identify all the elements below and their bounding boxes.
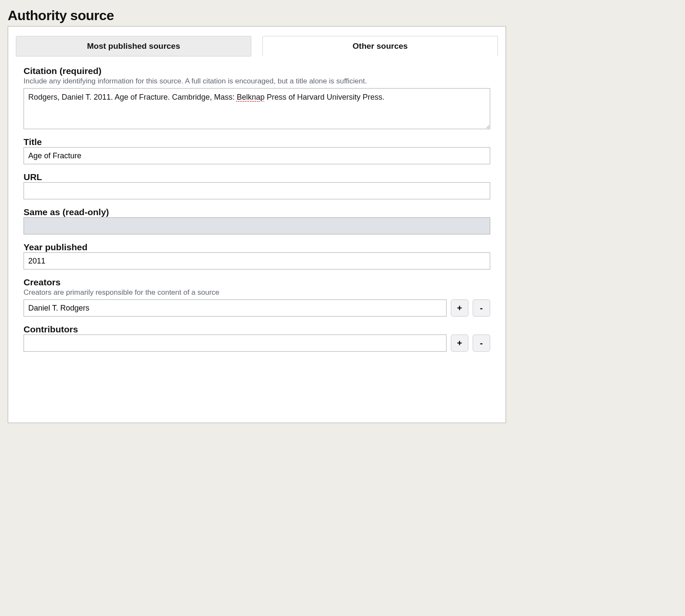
tab-bar: Most published sources Other sources (8, 27, 506, 56)
form-panel: Most published sources Other sources Cit… (8, 26, 506, 423)
citation-text-prefix: Rodgers, Daniel T. 2011. Age of Fracture… (28, 93, 237, 101)
citation-text-suffix: Press of Harvard University Press. (265, 93, 384, 101)
contributors-remove-button[interactable]: - (473, 335, 490, 352)
contributors-label: Contributors (24, 324, 490, 335)
same-as-label: Same as (read-only) (24, 207, 490, 217)
field-same-as: Same as (read-only) (24, 207, 490, 234)
contributors-add-button[interactable]: + (451, 335, 468, 352)
same-as-box (24, 217, 490, 234)
url-label: URL (24, 172, 490, 182)
citation-text-marked: Belknap (237, 93, 265, 101)
year-input[interactable] (24, 252, 490, 270)
tab-other-sources[interactable]: Other sources (262, 36, 498, 56)
field-contributors: Contributors + - (24, 324, 490, 352)
creators-input[interactable] (24, 299, 447, 317)
contributors-input[interactable] (24, 335, 447, 352)
title-label: Title (24, 137, 490, 147)
field-citation: Citation (required) Include any identify… (24, 66, 490, 129)
creators-label: Creators (24, 277, 490, 287)
creators-help: Creators are primarily responsible for t… (24, 288, 490, 297)
title-input[interactable] (24, 147, 490, 164)
year-label: Year published (24, 242, 490, 252)
field-url: URL (24, 172, 490, 199)
citation-help: Include any identifying information for … (24, 77, 490, 86)
url-input[interactable] (24, 182, 490, 199)
citation-textarea[interactable]: Rodgers, Daniel T. 2011. Age of Fracture… (24, 88, 490, 129)
page-title: Authority source (8, 8, 506, 24)
creators-remove-button[interactable]: - (473, 299, 490, 317)
field-title: Title (24, 137, 490, 164)
field-year-published: Year published (24, 242, 490, 270)
field-creators: Creators Creators are primarily responsi… (24, 277, 490, 317)
tab-most-published-sources[interactable]: Most published sources (16, 36, 251, 56)
citation-label: Citation (required) (24, 66, 490, 76)
creators-add-button[interactable]: + (451, 299, 468, 317)
